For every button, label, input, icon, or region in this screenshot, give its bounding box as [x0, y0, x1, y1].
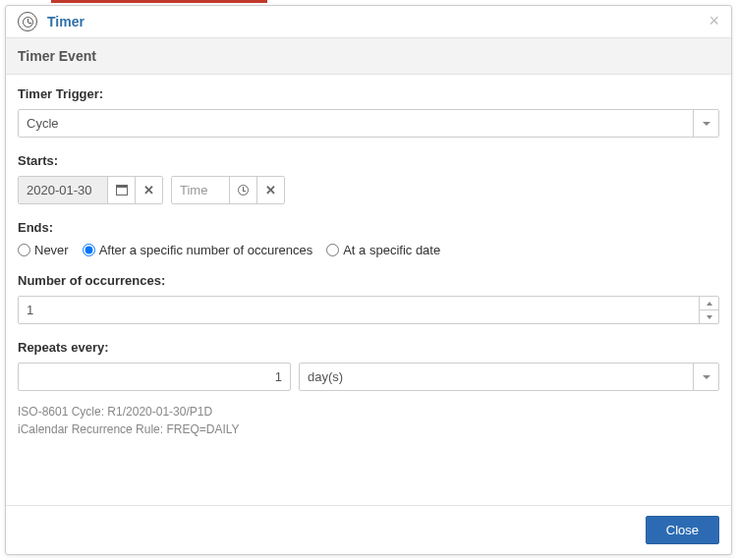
- ends-never-option[interactable]: Never: [18, 243, 69, 257]
- ends-date-option[interactable]: At a specific date: [326, 243, 440, 257]
- ends-never-radio[interactable]: [18, 244, 30, 256]
- modal-header: Timer ×: [6, 6, 731, 37]
- spinner-up-button[interactable]: [700, 297, 718, 310]
- chevron-down-icon: [693, 364, 718, 390]
- ends-date-radio[interactable]: [326, 244, 339, 256]
- ends-after-label: After a specific number of occurences: [99, 243, 313, 257]
- ends-radio-row: Never After a specific number of occuren…: [18, 243, 719, 257]
- starts-group: Starts: ✕ ✕: [18, 153, 719, 204]
- section-header: Timer Event: [6, 37, 731, 75]
- repeats-label: Repeats every:: [18, 340, 719, 355]
- modal-title: Timer: [47, 14, 85, 29]
- clear-time-button[interactable]: ✕: [256, 177, 284, 203]
- top-tab-indicator: [51, 0, 267, 3]
- occurrences-group: Number of occurrences: 1: [18, 273, 719, 324]
- ends-after-radio[interactable]: [83, 244, 95, 256]
- ical-rule-text: iCalendar Recurrence Rule: FREQ=DAILY: [18, 420, 719, 438]
- close-icon[interactable]: ×: [709, 12, 719, 29]
- occurrences-value: 1: [19, 297, 699, 323]
- timer-trigger-select[interactable]: Cycle: [18, 109, 719, 138]
- clock-icon[interactable]: [229, 177, 256, 203]
- iso-cycle-text: ISO-8601 Cycle: R1/2020-01-30/P1D: [18, 403, 719, 420]
- occurrences-spinner[interactable]: 1: [18, 296, 719, 324]
- timer-trigger-label: Timer Trigger:: [18, 86, 719, 101]
- modal-footer: Close: [6, 505, 731, 554]
- occurrences-label: Number of occurrences:: [18, 273, 719, 288]
- spinner-down-button[interactable]: [700, 310, 718, 323]
- ends-group: Ends: Never After a specific number of o…: [18, 220, 719, 257]
- info-text: ISO-8601 Cycle: R1/2020-01-30/P1D iCalen…: [18, 403, 719, 438]
- clear-date-button[interactable]: ✕: [135, 177, 162, 203]
- start-date-input[interactable]: [19, 177, 107, 203]
- ends-never-label: Never: [34, 243, 69, 257]
- start-time-input[interactable]: [172, 177, 229, 203]
- repeats-unit-value: day(s): [300, 364, 693, 390]
- start-time-group: ✕: [171, 176, 285, 204]
- repeats-unit-select[interactable]: day(s): [299, 363, 719, 391]
- starts-label: Starts:: [18, 153, 719, 168]
- close-button[interactable]: Close: [646, 516, 719, 544]
- ends-after-option[interactable]: After a specific number of occurences: [83, 243, 313, 257]
- repeats-value-input[interactable]: [18, 363, 291, 391]
- ends-label: Ends:: [18, 220, 719, 235]
- timer-trigger-group: Timer Trigger: Cycle: [18, 86, 719, 138]
- modal-body: Timer Trigger: Cycle Starts: ✕ ✕: [6, 75, 731, 505]
- calendar-icon[interactable]: [107, 177, 135, 203]
- spinner-controls: [699, 297, 718, 323]
- chevron-down-icon: [693, 110, 718, 137]
- timer-icon: [18, 12, 37, 31]
- timer-modal: Timer × Timer Event Timer Trigger: Cycle…: [5, 5, 732, 555]
- repeats-group: Repeats every: day(s): [18, 340, 719, 391]
- ends-date-label: At a specific date: [343, 243, 440, 257]
- start-date-group: ✕: [18, 176, 163, 204]
- timer-trigger-value: Cycle: [19, 110, 693, 137]
